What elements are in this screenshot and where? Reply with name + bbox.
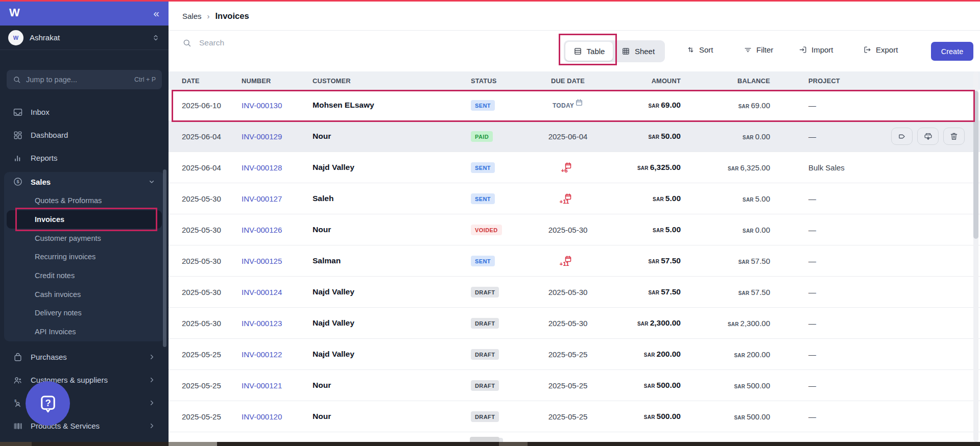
invoice-number-link[interactable]: INV-000126: [242, 226, 313, 234]
invoice-number-link[interactable]: INV-000124: [242, 288, 313, 296]
column-header-status[interactable]: STATUS: [471, 77, 537, 85]
invoice-date: 2025-05-30: [182, 257, 242, 265]
table-row[interactable]: 2025-05-30 INV-000127 Saleh SENT +11 SAR…: [169, 183, 980, 214]
status-cell: DRAFT: [471, 287, 537, 298]
status-cell: SENT: [471, 162, 537, 173]
print-download-button[interactable]: [917, 128, 939, 145]
create-button[interactable]: Create: [931, 42, 973, 61]
avatar: W: [8, 30, 23, 45]
column-header-balance[interactable]: BALANCE: [681, 77, 770, 85]
breadcrumb-parent[interactable]: Sales: [182, 12, 202, 20]
sidebar-subitem-customer-payments[interactable]: Customer payments: [7, 229, 162, 247]
invoice-date: 2025-05-25: [182, 412, 242, 421]
invoice-amount: SAR69.00: [599, 101, 681, 110]
table-row[interactable]: 2025-06-10 INV-000130 Mohsen ELsawy SENT…: [169, 90, 980, 121]
invoice-number-link[interactable]: INV-000125: [242, 257, 313, 265]
invoice-number-link[interactable]: INV-000127: [242, 194, 313, 203]
user-menu[interactable]: W Ashrakat: [0, 26, 169, 50]
sidebar-item-label: Purchases: [31, 353, 67, 361]
export-button[interactable]: Export: [863, 45, 898, 54]
table-row[interactable]: 2025-05-30 INV-000125 Salman SENT +11 SA…: [169, 245, 980, 277]
sidebar-item-customers-suppliers[interactable]: Customers & suppliers: [4, 368, 164, 391]
invoice-number-link[interactable]: INV-000129: [242, 132, 313, 141]
column-header-project[interactable]: PROJECT: [770, 77, 980, 85]
sidebar-item-products-services[interactable]: Products & Services: [4, 414, 164, 437]
invoice-number-link[interactable]: INV-000121: [242, 381, 313, 390]
invoice-number-link[interactable]: INV-000120: [242, 412, 313, 421]
due-overdue: +11: [563, 193, 573, 205]
due-date-cell: 2025-05-30: [537, 288, 599, 296]
table-row[interactable]: 2025-05-25 INV-000121 Nour DRAFT 2025-05…: [169, 370, 980, 401]
view-sheet-button[interactable]: Sheet: [613, 42, 663, 61]
sidebar-item-reports[interactable]: Reports: [4, 146, 164, 169]
sidebar-item-sales[interactable]: $ Sales: [4, 172, 164, 191]
sidebar-subitem-cash-invoices[interactable]: Cash invoices: [7, 285, 162, 304]
table-row[interactable]: 2025-05-25 INV-000120 Nour DRAFT 2025-05…: [169, 401, 980, 432]
sidebar-subitem-credit-notes[interactable]: Credit notes: [7, 266, 162, 285]
due-date-cell: +6: [537, 162, 599, 174]
table-row[interactable]: 2025-06-04 INV-000129 Nour PAID 2025-06-…: [169, 121, 980, 152]
filter-button[interactable]: Filter: [744, 45, 773, 54]
main-scrollbar-thumb[interactable]: [973, 91, 978, 239]
column-header-amount[interactable]: AMOUNT: [599, 77, 681, 85]
search-input[interactable]: Search: [182, 38, 224, 47]
invoice-customer: Salman: [313, 256, 471, 265]
invoice-balance: SAR57.50: [681, 257, 770, 265]
sidebar-item-label: Sales: [31, 178, 51, 186]
invoice-project: Bulk Sales: [770, 163, 980, 172]
employees-icon: $: [13, 398, 23, 408]
invoice-number-link[interactable]: INV-000123: [242, 319, 313, 328]
status-badge: DRAFT: [471, 287, 499, 298]
invoice-amount: SAR500.00: [599, 412, 681, 421]
user-expander-icon[interactable]: [151, 33, 160, 42]
sidebar-subitem-quotes-proformas[interactable]: Quotes & Proformas: [7, 191, 162, 210]
collapse-sidebar-icon[interactable]: «: [153, 8, 159, 18]
dashboard-icon: [13, 130, 23, 140]
horizontal-scrollbar-thumb[interactable]: [470, 437, 499, 442]
sidebar-item-label: Dashboard: [31, 131, 68, 139]
delete-button[interactable]: [943, 128, 965, 145]
sidebar-subitem-api-invoices[interactable]: API Invoices: [7, 323, 162, 341]
invoice-amount: SAR6,325.00: [599, 163, 681, 172]
table-row[interactable]: 2025-05-30 INV-000123 Najd Valley DRAFT …: [169, 308, 980, 339]
sidebar-subitem-delivery-notes[interactable]: Delivery notes: [7, 304, 162, 323]
sidebar-item-purchases[interactable]: Purchases: [4, 345, 164, 368]
table-row[interactable]: 2025-05-30 INV-000126 Nour VOIDED 2025-0…: [169, 214, 980, 245]
filter-icon: [744, 45, 752, 54]
help-button[interactable]: ?: [26, 381, 70, 426]
table-row[interactable]: 2025-05-30 INV-000124 Najd Valley DRAFT …: [169, 277, 980, 308]
import-button[interactable]: Import: [799, 45, 833, 54]
import-icon: [799, 45, 807, 54]
table-row[interactable]: 2025-06-04 INV-000128 Najd Valley SENT +…: [169, 152, 980, 183]
sidebar-item-inbox[interactable]: Inbox: [4, 101, 164, 123]
invoice-customer: Saleh: [313, 194, 471, 203]
export-label: Export: [876, 45, 898, 54]
invoice-number-link[interactable]: INV-000122: [242, 350, 313, 359]
status-badge: SENT: [471, 162, 495, 173]
sort-button[interactable]: Sort: [686, 45, 713, 54]
invoice-customer: Najd Valley: [313, 350, 471, 359]
column-header-number[interactable]: NUMBER: [242, 77, 313, 85]
sidebar-header: W «: [0, 0, 169, 26]
sidebar-subitem-recurring-invoices[interactable]: Recurring invoices: [7, 247, 162, 266]
view-table-label: Table: [587, 47, 605, 56]
column-header-customer[interactable]: CUSTOMER: [313, 77, 471, 85]
invoice-date: 2025-05-30: [182, 194, 242, 203]
invoice-customer: Nour: [313, 132, 471, 141]
invoice-number-link[interactable]: INV-000128: [242, 163, 313, 172]
export-icon: [863, 45, 872, 54]
table-row[interactable]: 2025-05-25 INV-000122 Najd Valley DRAFT …: [169, 339, 980, 370]
status-badge: VOIDED: [471, 225, 502, 235]
status-badge: DRAFT: [471, 349, 499, 360]
status-badge: SENT: [471, 193, 495, 204]
view-table-button[interactable]: Table: [565, 42, 613, 61]
sidebar-item-dashboard[interactable]: Dashboard: [4, 123, 164, 146]
sidebar-subitem-invoices[interactable]: Invoices: [7, 210, 162, 229]
column-header-due-date[interactable]: DUE DATE: [537, 77, 599, 85]
column-header-date[interactable]: DATE: [182, 77, 242, 85]
sidebar-item-label: Reports: [31, 154, 58, 162]
jump-to-page-input[interactable]: Jump to page... Ctrl + P: [7, 70, 162, 89]
sidebar-scrollbar-thumb[interactable]: [163, 169, 166, 347]
invoice-number-link[interactable]: INV-000130: [242, 101, 313, 110]
tag-button[interactable]: [891, 128, 913, 145]
